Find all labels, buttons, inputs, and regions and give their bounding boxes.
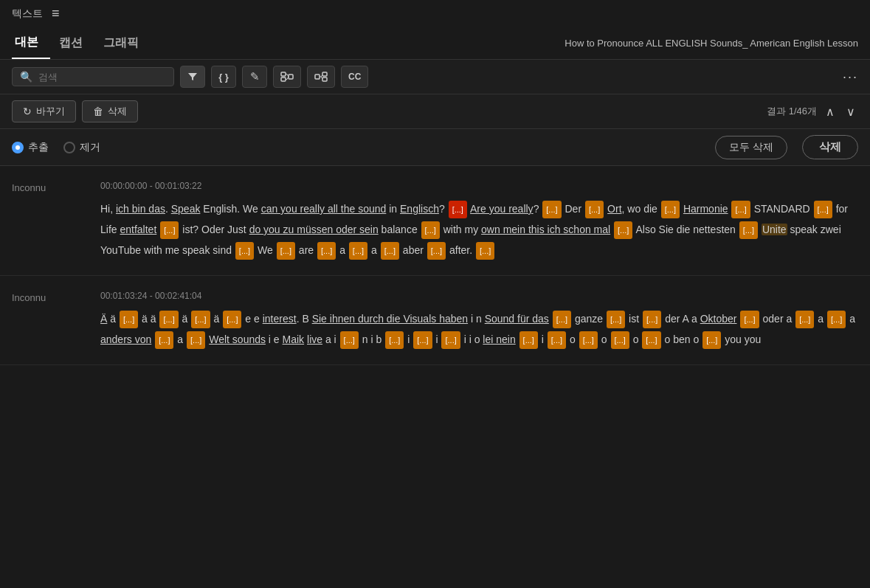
- word-text: a: [815, 313, 826, 325]
- word-underline: can you really all the sound: [261, 203, 387, 215]
- word-text: [156, 224, 159, 235]
- word-text: ä: [107, 313, 119, 325]
- svg-rect-2: [289, 75, 293, 79]
- remove-option[interactable]: 제거: [63, 141, 100, 154]
- word-text: [549, 313, 552, 325]
- split-button[interactable]: [307, 66, 335, 88]
- word-underline: do you zu müssen oder sein: [249, 224, 379, 235]
- word-text: after.: [446, 244, 475, 256]
- tag-orange: [...]: [427, 242, 446, 260]
- tag-orange: [...]: [611, 331, 629, 349]
- word-text: [728, 203, 731, 215]
- word-text: e e: [242, 313, 262, 325]
- result-info: 결과 1/46개 ∧ ∨: [767, 103, 858, 120]
- speaker-name: Inconnu: [12, 181, 86, 260]
- word-text: ?: [534, 203, 542, 215]
- tag-orange: [...]: [155, 331, 173, 349]
- svg-rect-4: [322, 77, 327, 81]
- tag-orange: [...]: [159, 311, 178, 328]
- search-box: 🔍: [12, 67, 174, 86]
- transcript-block: Inconnu00:00:00:00 - 00:01:03:22Hi, ich …: [0, 166, 870, 276]
- timestamp: 00:00:00:00 - 00:01:03:22: [100, 181, 858, 191]
- extract-label: 추출: [28, 141, 49, 154]
- svg-rect-5: [315, 75, 320, 79]
- tag-orange: [...]: [349, 242, 367, 260]
- tag-orange: [...]: [120, 311, 138, 328]
- tag-orange: [...]: [661, 201, 680, 218]
- tag-orange: [...]: [441, 331, 460, 349]
- word-text: oder a: [760, 313, 795, 325]
- nav-up-button[interactable]: ∧: [823, 103, 838, 120]
- delete-all-button[interactable]: 모두 삭제: [715, 136, 787, 159]
- tag-orange: [...]: [223, 311, 241, 328]
- word-underline: anders von: [100, 333, 151, 345]
- extract-radio[interactable]: [12, 142, 24, 153]
- word-text: .: [165, 203, 171, 215]
- word-text: are: [296, 244, 317, 256]
- tab-graphic[interactable]: 그래픽: [100, 28, 151, 58]
- remove-radio[interactable]: [63, 142, 75, 153]
- replace-label: 바꾸기: [36, 105, 65, 118]
- tag-orange: [...]: [519, 331, 538, 349]
- nav-down-button[interactable]: ∨: [843, 103, 858, 120]
- merge-button[interactable]: [273, 66, 301, 88]
- speaker-name: Inconnu: [12, 291, 86, 350]
- word-text: aber: [400, 244, 427, 256]
- word-text: ä: [179, 313, 191, 325]
- word-underline: live: [307, 333, 322, 345]
- tag-orange: [...]: [731, 201, 750, 218]
- tag-orange: [...]: [740, 311, 759, 328]
- tag-orange: [...]: [187, 331, 205, 349]
- tag-orange: [...]: [795, 311, 814, 328]
- refresh-icon: ↻: [23, 106, 32, 117]
- tag-orange: [...]: [739, 221, 758, 239]
- word-text: i n: [468, 313, 485, 325]
- tag-orange: [...]: [542, 201, 561, 218]
- edit-button[interactable]: ✎: [242, 66, 267, 88]
- tag-orange: [...]: [702, 331, 721, 349]
- word-underline: Oktober: [700, 313, 737, 325]
- tag-orange: [...]: [643, 311, 661, 328]
- word-text: English. We: [200, 203, 260, 215]
- word-text: [151, 333, 154, 345]
- delete-button[interactable]: 🗑 삭제: [82, 100, 138, 122]
- tag-orange: [...]: [476, 242, 494, 260]
- brackets-button[interactable]: { }: [211, 66, 236, 88]
- topbar-menu-icon[interactable]: ≡: [52, 6, 60, 21]
- result-text: 결과 1/46개: [767, 105, 817, 118]
- word-underline: Maik: [283, 333, 305, 345]
- word-underline: Englisch: [400, 203, 439, 215]
- word-text: o: [630, 333, 642, 345]
- word-text: Also Sie die nettesten: [633, 224, 738, 235]
- merge-icon: [280, 72, 294, 82]
- tag-orange: [...]: [548, 331, 566, 349]
- tag-orange: [...]: [553, 311, 571, 328]
- more-button[interactable]: ···: [843, 69, 858, 85]
- tag-orange: [...]: [827, 311, 846, 328]
- word-underline: lei nein: [483, 333, 515, 345]
- svg-rect-3: [322, 72, 327, 76]
- tag-orange: [...]: [160, 221, 179, 239]
- word-underline: entfaltet: [120, 224, 156, 235]
- word-text: i e: [266, 333, 283, 345]
- tab-bar: 대본 캡션 그래픽 How to Pronounce ALL ENGLISH S…: [0, 27, 870, 60]
- extract-option[interactable]: 추출: [12, 141, 49, 154]
- word-text: n i b: [359, 333, 384, 345]
- tag-orange: [...]: [814, 201, 832, 218]
- tag-orange: [...]: [385, 331, 404, 349]
- replace-button[interactable]: ↻ 바꾸기: [12, 100, 76, 122]
- transcript-block: Inconnu00:01:03:24 - 00:02:41:04Ä ä [...…: [0, 276, 870, 365]
- word-text: ganze: [572, 313, 606, 325]
- word-text: in: [386, 203, 400, 215]
- tab-script[interactable]: 대본: [12, 27, 50, 59]
- search-input[interactable]: [38, 72, 156, 83]
- tab-caption[interactable]: 캡션: [56, 28, 94, 58]
- split-icon: [314, 72, 328, 82]
- word-text: a: [368, 244, 380, 256]
- delete-large-button[interactable]: 삭제: [802, 135, 858, 159]
- cc-button[interactable]: CC: [341, 66, 368, 88]
- tag-orange: [...]: [277, 242, 295, 260]
- filter-button[interactable]: [180, 66, 205, 88]
- word-text: STANDARD: [751, 203, 813, 215]
- word-text: [610, 224, 613, 235]
